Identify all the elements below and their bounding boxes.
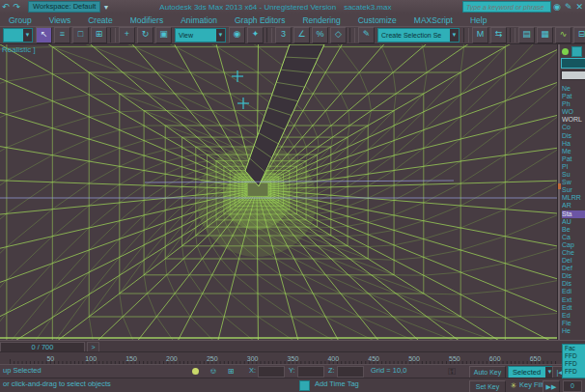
panel-list-item[interactable]: AR [562,202,585,210]
panel-list-item[interactable]: He [562,327,585,335]
panel-list-item[interactable]: Edt [562,304,585,312]
schematic-view-button[interactable]: ⊟ [573,27,585,43]
x-coordinate-field[interactable] [258,366,285,378]
select-manipulate-button[interactable]: ✦ [247,27,264,43]
geometry-category-icon[interactable] [562,48,569,55]
viewport-label[interactable]: Realistic ] [2,45,36,54]
search-binoculars-icon[interactable]: ◉ [553,1,561,13]
menu-rendering[interactable]: Rendering [302,15,340,25]
panel-list-item[interactable]: Ext [562,296,585,304]
panel-scrollbar[interactable] [558,44,560,340]
track-bar[interactable]: 50100150200250300350400450500550600650 [0,351,585,364]
undo-icon[interactable]: ↶ [2,1,10,13]
selection-filter-dropdown[interactable]: ▼ [3,28,33,42]
named-selection-sets-button[interactable]: ✎ [358,27,375,43]
panel-list-item[interactable]: Su [562,171,585,179]
panel-list-item[interactable]: Dis [562,272,585,280]
spinner-snap-button[interactable]: ◇ [330,27,347,43]
panel-list-item[interactable]: Sur [562,186,585,194]
align-button[interactable]: ⇆ [490,27,507,43]
absolute-mode-icon[interactable]: ⊞ [225,366,237,377]
menu-group[interactable]: Group [9,15,32,25]
window-crossing-button[interactable]: ⊞ [91,27,107,43]
panel-list-item[interactable]: Ed [562,312,585,320]
sign-in-icon[interactable]: ✕ [575,1,583,13]
menu-maxscript[interactable]: MAXScript [414,15,453,25]
percent-snap-button[interactable]: % [312,27,328,43]
chevron-down-icon[interactable]: ▼ [23,29,32,42]
current-frame-field[interactable]: 0 [563,380,582,392]
modifier-option[interactable]: FFD [563,352,585,360]
snap-toggle-3d-button[interactable]: 3 [275,27,292,43]
modifier-option[interactable]: FFD [563,368,585,376]
select-move-button[interactable]: + [119,27,135,43]
selection-lock-icon[interactable]: ⎊ [208,366,219,377]
panel-list-item[interactable]: Del [562,257,585,265]
panel-list-item[interactable]: Co [562,124,585,131]
panel-list-item[interactable]: Dis [562,280,585,288]
menu-customize[interactable]: Customize [358,15,397,25]
selection-region-button[interactable]: □ [72,27,89,43]
panel-list-item[interactable]: Ca [562,234,585,241]
isolate-toggle-icon[interactable] [192,368,199,375]
panel-list-item[interactable]: Sw [562,179,585,186]
menu-graph-editors[interactable]: Graph Editors [235,15,285,25]
add-time-tag[interactable]: Add Time Tag [315,378,359,390]
time-tag-icon[interactable] [299,380,310,391]
select-object-button[interactable]: ↖ [36,27,52,43]
redo-icon[interactable]: ↷ [14,1,21,13]
panel-tab-icon[interactable] [571,46,582,57]
panel-list-item[interactable]: Me [562,148,585,155]
panel-list-item[interactable]: Def [562,265,585,272]
panel-list-item[interactable]: Pl [562,163,585,171]
communication-center-icon[interactable]: ✎ [565,1,572,13]
panel-list-item[interactable]: Ph [562,100,585,108]
select-rotate-button[interactable]: ↻ [137,27,153,43]
mirror-button[interactable]: M [472,27,488,43]
panel-list-item[interactable]: Pat [562,155,585,163]
key-filters-icon[interactable]: ✳ [508,380,519,391]
workspace-dropdown[interactable]: Workspace: Default [28,1,100,13]
menu-help[interactable]: Help [470,15,487,25]
modifier-option[interactable]: FFD [563,360,585,368]
panel-list-item[interactable]: AU [562,218,585,226]
time-slider[interactable]: 0 / 700 > [0,340,585,351]
chevron-down-icon[interactable]: ▼ [216,29,225,42]
panel-list-item[interactable]: WO [562,108,585,116]
y-coordinate-field[interactable] [297,366,324,378]
panel-list-item[interactable]: Ha [562,140,585,148]
panel-list-item[interactable]: Fle [562,320,585,327]
named-selection-dropdown[interactable]: Create Selection Se▼ [377,28,460,42]
menu-views[interactable]: Views [49,15,71,25]
panel-list-item[interactable]: Cap [562,241,585,249]
color-swatch-field[interactable] [561,70,585,80]
viewport[interactable]: Realistic ] [0,44,557,340]
curve-editor-button[interactable]: ∿ [555,27,571,43]
menu-modifiers[interactable]: Modifiers [130,15,163,25]
panel-list-item[interactable]: Be [562,226,585,234]
panel-list-item[interactable]: WORL [562,116,585,124]
select-by-name-button[interactable]: ≡ [54,27,70,43]
panel-list-item[interactable]: Che [562,249,585,257]
panel-list-item[interactable]: Ne [562,85,585,93]
angle-snap-button[interactable]: ∠ [293,27,310,43]
set-key-mode-icon[interactable]: ⚿ [446,366,458,377]
chevron-down-icon[interactable]: ▼ [450,29,459,42]
menu-create[interactable]: Create [88,15,113,25]
select-scale-button[interactable]: ▣ [155,27,172,43]
panel-list-item[interactable]: MLRR [562,194,585,202]
infocenter-search-input[interactable] [462,1,551,13]
chevron-down-icon[interactable]: ▼ [102,4,109,11]
modifier-dropdown-list[interactable]: FacFFDFFDFFD [562,344,585,378]
use-pivot-center-button[interactable]: ◉ [229,27,245,43]
ribbon-toggle-button[interactable]: ▦ [537,27,553,43]
panel-list-item[interactable]: Dis [562,132,585,140]
z-coordinate-field[interactable] [337,366,364,378]
layer-manager-button[interactable]: ▤ [518,27,535,43]
modifier-option[interactable]: Fac [563,345,585,352]
menu-animation[interactable]: Animation [181,15,217,25]
set-key-button[interactable]: Set Key [469,380,506,392]
play-button[interactable]: ▶▶ [543,380,560,392]
panel-list-item[interactable]: Pat [562,93,585,100]
reference-coordinate-dropdown[interactable]: View▼ [175,28,226,42]
